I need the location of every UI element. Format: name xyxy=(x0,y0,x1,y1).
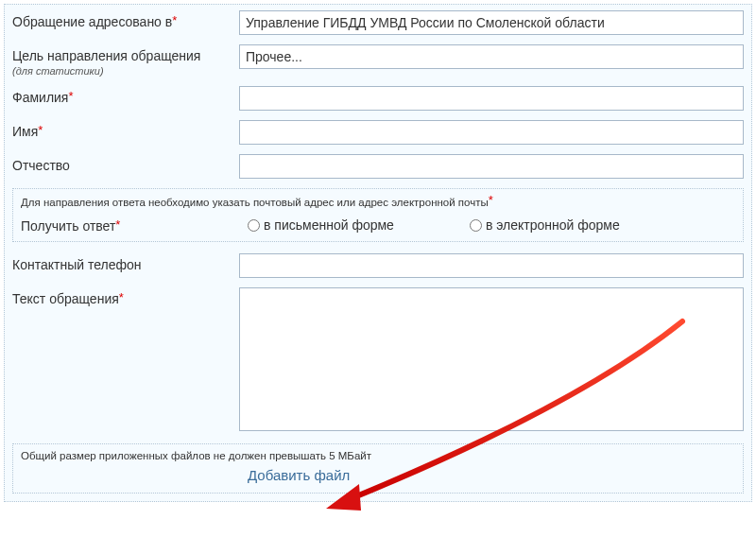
label-phone: Контактный телефон xyxy=(12,253,239,272)
input-addressed-to[interactable] xyxy=(239,10,744,35)
file-block-title: Общий размер приложенных файлов не долже… xyxy=(21,450,735,461)
label-addressed-to: Обращение адресовано в* xyxy=(12,10,239,29)
option-email[interactable]: в электронной форме xyxy=(470,217,620,233)
response-options: в письменной форме в электронной форме xyxy=(248,217,620,233)
option-written[interactable]: в письменной форме xyxy=(248,217,394,233)
row-text: Текст обращения* xyxy=(12,287,744,434)
label-purpose: Цель направления обращения (для статисти… xyxy=(12,44,239,77)
label-firstname: Имя* xyxy=(12,120,239,139)
label-text: Текст обращения xyxy=(12,291,119,306)
label-response: Получить ответ* xyxy=(21,217,248,234)
response-block-title: Для направления ответа необходимо указат… xyxy=(21,195,735,209)
label-text: Фамилия xyxy=(12,90,68,105)
label-lastname: Фамилия* xyxy=(12,86,239,105)
label-text: Обращение адресовано в xyxy=(12,14,172,29)
response-row: Получить ответ* в письменной форме в эле… xyxy=(21,217,735,234)
row-patronymic: Отчество xyxy=(12,154,744,179)
file-block: Общий размер приложенных файлов не долже… xyxy=(12,443,744,494)
option-written-label: в письменной форме xyxy=(264,217,394,233)
required-star: * xyxy=(489,193,493,207)
input-purpose[interactable] xyxy=(239,44,744,69)
input-lastname[interactable] xyxy=(239,86,744,111)
required-star: * xyxy=(68,89,73,103)
radio-written[interactable] xyxy=(248,219,260,232)
label-text: Цель направления обращения xyxy=(12,48,200,63)
row-lastname: Фамилия* xyxy=(12,86,744,111)
row-addressed-to: Обращение адресовано в* xyxy=(12,10,744,35)
row-phone: Контактный телефон xyxy=(12,253,744,278)
row-firstname: Имя* xyxy=(12,120,744,145)
option-email-label: в электронной форме xyxy=(486,217,620,233)
label-text: Получить ответ xyxy=(21,218,115,234)
input-patronymic[interactable] xyxy=(239,154,744,179)
label-sub: (для статистики) xyxy=(12,65,239,77)
response-block: Для направления ответа необходимо указат… xyxy=(12,188,744,242)
application-form: Обращение адресовано в* Цель направления… xyxy=(4,4,752,502)
label-text-body: Текст обращения* xyxy=(12,287,239,306)
label-text: Отчество xyxy=(12,158,70,173)
label-patronymic: Отчество xyxy=(12,154,239,173)
input-firstname[interactable] xyxy=(239,120,744,145)
required-star: * xyxy=(38,123,43,137)
label-text: Контактный телефон xyxy=(12,257,141,272)
label-text: Имя xyxy=(12,124,38,139)
required-star: * xyxy=(119,290,124,304)
row-purpose: Цель направления обращения (для статисти… xyxy=(12,44,744,77)
required-star: * xyxy=(172,13,177,27)
required-star: * xyxy=(115,217,120,232)
radio-email[interactable] xyxy=(470,219,482,232)
textarea-body[interactable] xyxy=(239,287,744,431)
input-phone[interactable] xyxy=(239,253,744,278)
response-title-text: Для направления ответа необходимо указат… xyxy=(21,197,489,208)
add-file-link[interactable]: Добавить файл xyxy=(248,467,735,483)
